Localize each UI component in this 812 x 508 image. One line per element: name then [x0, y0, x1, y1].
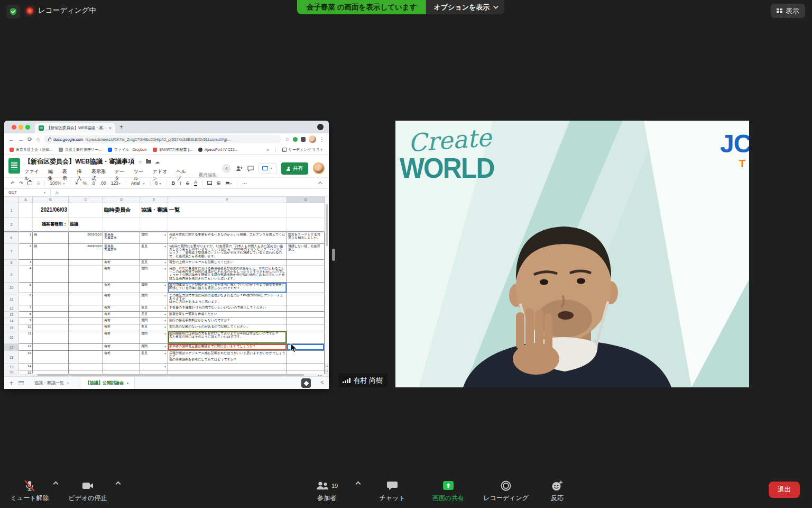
row-header-14[interactable]: 14 — [4, 318, 19, 324]
cell-F16[interactable]: 前回開催時には手話の方をお呼びしておりますが今回は呼ばないのですか？ 大人食堂の… — [168, 331, 287, 344]
cell-C12[interactable] — [69, 305, 103, 312]
cell-F17[interactable]: 参加者の講師選定書は審議までに間に合いますでしょうか？ — [168, 344, 287, 351]
cell-C17[interactable] — [69, 344, 103, 351]
stop-video-button[interactable]: ビデオの停止 — [68, 479, 108, 503]
cell-D1[interactable]: 臨時委員会 — [103, 203, 140, 218]
strikethrough-button[interactable]: S — [186, 181, 189, 186]
cell-E2[interactable] — [140, 218, 168, 232]
cell-C19[interactable] — [69, 364, 103, 370]
cell-C9[interactable] — [69, 266, 103, 283]
cell-E17[interactable]: 質問▼ — [140, 344, 168, 351]
cell-B6[interactable]: 例 — [33, 232, 69, 244]
cell-F2[interactable] — [168, 218, 287, 232]
cell-E12[interactable]: 意見▼ — [140, 305, 168, 312]
cell-F12[interactable]: 予算書の予備費2～3％の間でないといけないので修正してください — [168, 305, 287, 312]
undo-icon[interactable]: ↶ — [11, 181, 14, 186]
cell-B7[interactable]: 例 — [33, 244, 69, 260]
all-sheets-icon[interactable] — [19, 381, 24, 385]
row-header-9[interactable]: 9 — [4, 266, 19, 283]
row-header-12[interactable]: 12 — [4, 305, 19, 312]
record-button[interactable]: レコーディング — [482, 479, 530, 503]
cell-D15[interactable]: 有村 — [103, 324, 140, 331]
cell-A14[interactable]: 9 — [19, 318, 33, 324]
cell-E18[interactable]: 意見▼ — [140, 351, 168, 364]
cell-B16[interactable] — [33, 331, 69, 344]
cell-C14[interactable] — [69, 318, 103, 324]
bookmark-item[interactable]: ファイル - Dropbox — [108, 147, 146, 152]
cell-B17[interactable] — [33, 344, 69, 351]
explore-button[interactable] — [301, 378, 311, 388]
share-button[interactable]: 共有 — [281, 162, 308, 175]
participant-video[interactable]: Create WORLD JC T — [395, 121, 749, 387]
cell-G10[interactable] — [287, 283, 325, 293]
cell-dropdown-icon[interactable]: ▼ — [164, 365, 167, 368]
cell-C18[interactable] — [69, 351, 103, 364]
star-icon[interactable]: ☆ — [138, 159, 142, 165]
cell-F10[interactable]: 協力団体はなしと記載されているが本当に無しでいいのか？今まで新宿委員会に関係して… — [168, 283, 287, 293]
view-button[interactable]: 表示 — [771, 4, 805, 18]
scrollbar-handle[interactable] — [37, 374, 304, 376]
cell-G14[interactable] — [287, 318, 325, 324]
cell-E9[interactable]: 質問▼ — [140, 266, 168, 283]
bookmark-item[interactable]: 東京弁護士会（法律... — [10, 147, 52, 152]
cell-A12[interactable]: 7 — [19, 305, 33, 312]
home-icon[interactable]: ⌂ — [36, 137, 40, 142]
cell-dropdown-icon[interactable]: ▼ — [164, 313, 167, 316]
grid-corner[interactable] — [4, 196, 19, 203]
paint-format-icon[interactable]: ⌻ — [37, 181, 40, 186]
cell-dropdown-icon[interactable]: ▼ — [164, 345, 167, 348]
cell-F15[interactable]: 支払先の記載のないものがあるので記載してください。 — [168, 324, 287, 331]
cell-E6[interactable]: 質問▼ — [140, 232, 168, 244]
cell-B2[interactable]: 議案書種類： — [33, 218, 69, 232]
browser-profile-avatar[interactable] — [309, 135, 316, 143]
bookmarks-overflow-icon[interactable]: » — [266, 147, 269, 152]
cell-A16[interactable]: 11 — [19, 331, 33, 344]
cell-C15[interactable] — [69, 324, 103, 331]
back-icon[interactable]: ← — [8, 137, 14, 142]
increase-decimal-button[interactable]: .00 — [100, 181, 106, 186]
cell-D13[interactable]: 有村 — [103, 312, 140, 318]
cell-dropdown-icon[interactable]: ▼ — [164, 332, 167, 335]
forward-icon[interactable]: → — [18, 137, 24, 142]
show-side-panel-icon[interactable]: < — [320, 379, 324, 385]
participants-button[interactable]: 19 参加者 — [308, 479, 346, 503]
row-header-18[interactable]: 18 — [4, 351, 19, 364]
cell-dropdown-icon[interactable]: ▼ — [164, 267, 167, 270]
cell-B1[interactable]: 2021/06/03 — [33, 203, 69, 218]
fill-color-icon[interactable] — [207, 181, 212, 185]
cell-G11[interactable] — [287, 293, 325, 305]
cell-dropdown-icon[interactable]: ▼ — [164, 325, 167, 329]
row-header-1[interactable]: 1 — [4, 203, 19, 218]
bold-button[interactable]: B — [172, 181, 176, 186]
cell-G7[interactable]: 飛躍しない様、社会背景た — [287, 244, 325, 260]
cell-F9[interactable]: 目的：市民に各選挙における各候補者及び政党の政策を伝え、市民に伝わること→この企… — [168, 266, 287, 283]
row-header-17[interactable]: 17 — [4, 344, 19, 351]
cell-D8[interactable]: 有村 — [103, 260, 140, 266]
row-header-11[interactable]: 11 — [4, 293, 19, 305]
more-formats-button[interactable]: 123▼ — [111, 181, 121, 186]
cell-B8[interactable] — [33, 260, 69, 266]
google-sheets-icon[interactable] — [8, 158, 20, 174]
row-header-13[interactable]: 13 — [4, 312, 19, 318]
cell-A10[interactable]: 5 — [19, 283, 33, 293]
cell-F19[interactable] — [168, 364, 287, 370]
cell-D16[interactable]: 有村 — [103, 331, 140, 344]
cell-C13[interactable] — [69, 312, 103, 318]
extensions-puzzle-icon[interactable] — [301, 137, 306, 142]
cell-D12[interactable]: 有村 — [103, 305, 140, 312]
cell-F6[interactable]: 何故今防災に関する事業をやるべきなのかという根拠、エビデンスを教えてください。 — [168, 232, 287, 244]
cell-A11[interactable]: 6 — [19, 293, 33, 305]
cell-E14[interactable]: 質問▼ — [140, 318, 168, 324]
cell-D9[interactable]: 有村 — [103, 266, 140, 283]
cell-G8[interactable] — [287, 260, 325, 266]
cell-D17[interactable]: 有村 — [103, 344, 140, 351]
bookmark-item[interactable]: SMART判例秘書 |... — [153, 147, 192, 152]
row-header-2[interactable]: 2 — [4, 218, 19, 232]
row-header-19[interactable]: 19 — [4, 364, 19, 370]
browser-menu-icon[interactable]: ⋮ — [319, 137, 325, 142]
collapse-toolbar-icon[interactable] — [318, 182, 322, 186]
cell-G2[interactable] — [287, 218, 325, 232]
cell-A9[interactable]: 4 — [19, 266, 33, 283]
cell-D18[interactable]: 有村 — [103, 351, 140, 364]
cell-G12[interactable] — [287, 305, 325, 312]
